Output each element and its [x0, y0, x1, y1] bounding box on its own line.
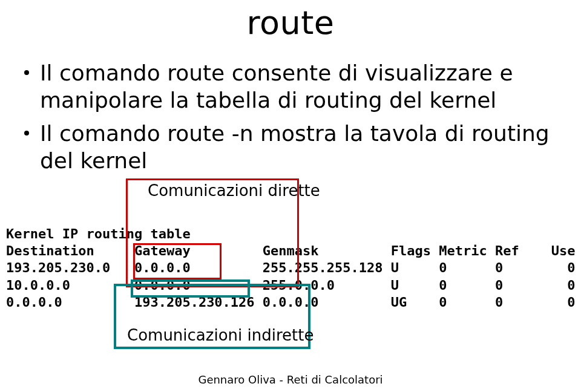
slide: route Il comando route consente di visua… [0, 0, 581, 392]
footer: Gennaro Oliva - Reti di Calcolatori [0, 373, 581, 386]
bullet-text: Il comando route consente di visualizzar… [40, 59, 563, 114]
bullet-item: Il comando route -n mostra la tavola di … [24, 120, 563, 174]
bullet-item: Il comando route consente di visualizzar… [24, 59, 563, 114]
slide-title: route [0, 4, 581, 42]
label-comunicazioni-indirette: Comunicazioni indirette [127, 326, 313, 344]
bullet-text: Il comando route -n mostra la tavola di … [40, 120, 563, 174]
bullet-dot-icon [24, 131, 29, 136]
bullet-list: Il comando route consente di visualizzar… [24, 59, 563, 180]
bullet-dot-icon [24, 70, 29, 75]
highlight-box-red-inner [133, 243, 222, 279]
